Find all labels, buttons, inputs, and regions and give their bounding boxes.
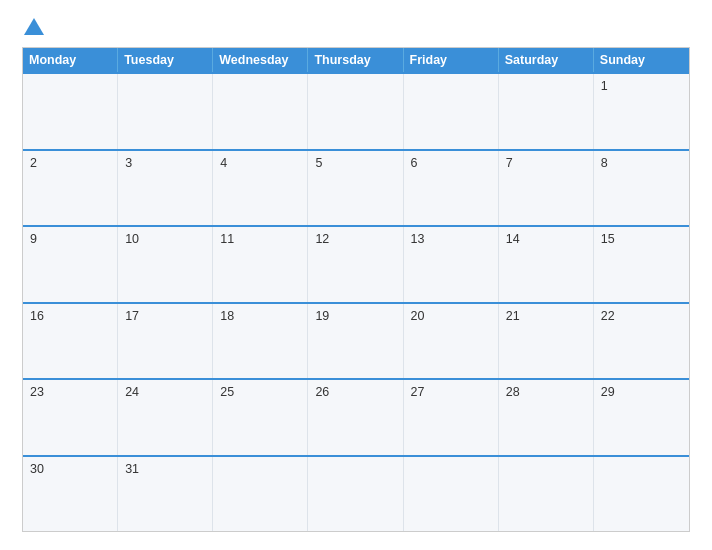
calendar-day-22: 22 — [594, 304, 689, 379]
calendar-empty-cell — [213, 74, 308, 149]
calendar-empty-cell — [594, 457, 689, 532]
calendar-row-2: 2345678 — [23, 149, 689, 226]
day-number: 5 — [315, 156, 322, 170]
calendar-day-2: 2 — [23, 151, 118, 226]
weekday-header-friday: Friday — [404, 48, 499, 72]
day-number: 23 — [30, 385, 44, 399]
calendar-empty-cell — [404, 74, 499, 149]
logo — [22, 18, 44, 37]
calendar-day-18: 18 — [213, 304, 308, 379]
calendar-day-25: 25 — [213, 380, 308, 455]
calendar-day-20: 20 — [404, 304, 499, 379]
day-number: 1 — [601, 79, 608, 93]
weekday-header-sunday: Sunday — [594, 48, 689, 72]
day-number: 11 — [220, 232, 234, 246]
weekday-header-saturday: Saturday — [499, 48, 594, 72]
calendar-day-3: 3 — [118, 151, 213, 226]
calendar-empty-cell — [308, 74, 403, 149]
calendar-day-31: 31 — [118, 457, 213, 532]
calendar-day-21: 21 — [499, 304, 594, 379]
header — [22, 18, 690, 37]
logo-triangle-icon — [24, 18, 44, 35]
calendar-day-13: 13 — [404, 227, 499, 302]
calendar-empty-cell — [118, 74, 213, 149]
day-number: 19 — [315, 309, 329, 323]
calendar-empty-cell — [499, 74, 594, 149]
calendar-empty-cell — [308, 457, 403, 532]
calendar-empty-cell — [213, 457, 308, 532]
calendar-day-17: 17 — [118, 304, 213, 379]
calendar-row-5: 23242526272829 — [23, 378, 689, 455]
calendar-day-14: 14 — [499, 227, 594, 302]
calendar-day-30: 30 — [23, 457, 118, 532]
calendar-day-12: 12 — [308, 227, 403, 302]
day-number: 18 — [220, 309, 234, 323]
day-number: 28 — [506, 385, 520, 399]
day-number: 10 — [125, 232, 139, 246]
calendar-day-4: 4 — [213, 151, 308, 226]
day-number: 29 — [601, 385, 615, 399]
calendar-empty-cell — [499, 457, 594, 532]
calendar-row-3: 9101112131415 — [23, 225, 689, 302]
day-number: 24 — [125, 385, 139, 399]
day-number: 14 — [506, 232, 520, 246]
day-number: 16 — [30, 309, 44, 323]
calendar-day-7: 7 — [499, 151, 594, 226]
weekday-header-monday: Monday — [23, 48, 118, 72]
weekday-header-thursday: Thursday — [308, 48, 403, 72]
calendar-grid: MondayTuesdayWednesdayThursdayFridaySatu… — [22, 47, 690, 532]
day-number: 3 — [125, 156, 132, 170]
day-number: 9 — [30, 232, 37, 246]
calendar-row-1: 1 — [23, 72, 689, 149]
day-number: 6 — [411, 156, 418, 170]
day-number: 7 — [506, 156, 513, 170]
day-number: 8 — [601, 156, 608, 170]
calendar-page: MondayTuesdayWednesdayThursdayFridaySatu… — [0, 0, 712, 550]
calendar-day-10: 10 — [118, 227, 213, 302]
calendar-day-8: 8 — [594, 151, 689, 226]
calendar-day-27: 27 — [404, 380, 499, 455]
day-number: 26 — [315, 385, 329, 399]
calendar-day-24: 24 — [118, 380, 213, 455]
day-number: 4 — [220, 156, 227, 170]
calendar-day-28: 28 — [499, 380, 594, 455]
calendar-day-6: 6 — [404, 151, 499, 226]
calendar-empty-cell — [23, 74, 118, 149]
calendar-day-11: 11 — [213, 227, 308, 302]
day-number: 2 — [30, 156, 37, 170]
day-number: 31 — [125, 462, 139, 476]
day-number: 12 — [315, 232, 329, 246]
calendar-empty-cell — [404, 457, 499, 532]
weekday-header-wednesday: Wednesday — [213, 48, 308, 72]
day-number: 13 — [411, 232, 425, 246]
day-number: 21 — [506, 309, 520, 323]
calendar-day-5: 5 — [308, 151, 403, 226]
day-number: 30 — [30, 462, 44, 476]
calendar-day-9: 9 — [23, 227, 118, 302]
calendar-day-29: 29 — [594, 380, 689, 455]
weekday-header-tuesday: Tuesday — [118, 48, 213, 72]
calendar-day-1: 1 — [594, 74, 689, 149]
day-number: 25 — [220, 385, 234, 399]
calendar-day-16: 16 — [23, 304, 118, 379]
day-number: 17 — [125, 309, 139, 323]
day-number: 20 — [411, 309, 425, 323]
calendar-day-15: 15 — [594, 227, 689, 302]
calendar-row-4: 16171819202122 — [23, 302, 689, 379]
calendar-day-23: 23 — [23, 380, 118, 455]
calendar-day-19: 19 — [308, 304, 403, 379]
calendar-body: 1234567891011121314151617181920212223242… — [23, 72, 689, 531]
calendar-day-26: 26 — [308, 380, 403, 455]
day-number: 22 — [601, 309, 615, 323]
day-number: 27 — [411, 385, 425, 399]
calendar-header-row: MondayTuesdayWednesdayThursdayFridaySatu… — [23, 48, 689, 72]
calendar-row-6: 3031 — [23, 455, 689, 532]
day-number: 15 — [601, 232, 615, 246]
